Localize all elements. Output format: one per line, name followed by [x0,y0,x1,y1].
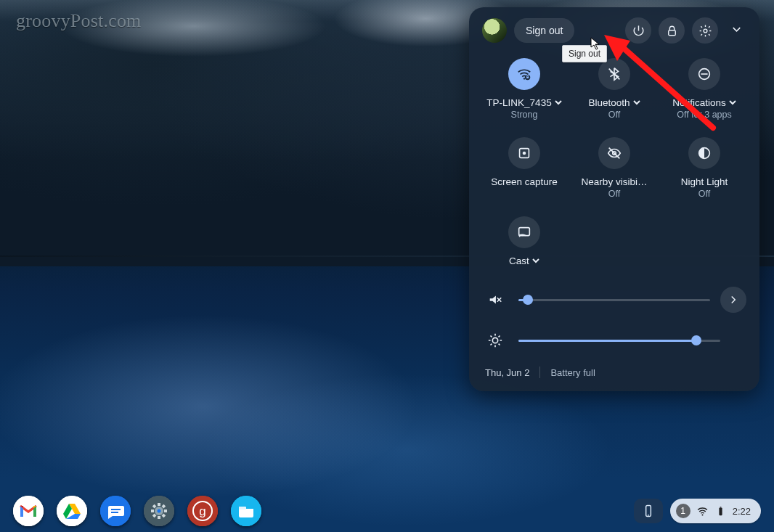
footer-battery[interactable]: Battery full [550,367,595,378]
svg-point-11 [523,152,526,155]
messages-icon [100,496,131,526]
caret-down-icon [633,99,640,106]
tile-screen-capture-label[interactable]: Screen capture [491,176,558,187]
app-messages[interactable] [100,496,131,526]
svg-line-35 [153,505,155,507]
tile-nearby-toggle[interactable] [598,137,630,169]
shelf-tray: 1 2:22 [634,499,761,523]
brightness-row [482,327,746,353]
tile-screen-capture-button[interactable] [508,137,540,169]
power-icon [632,24,645,38]
app-settings[interactable] [144,496,174,526]
brightness-slider[interactable] [518,334,720,347]
cast-icon [516,224,532,240]
tile-notifications: Notifications Off for 3 apps [662,58,746,120]
tile-notifications-sub: Off for 3 apps [677,110,732,120]
tile-wifi-sub: Strong [511,110,538,120]
do-not-disturb-icon [696,66,712,82]
status-area[interactable]: 1 2:22 [670,499,761,523]
app-gmail[interactable] [13,496,44,526]
tile-night-light-label[interactable]: Night Light [681,176,728,187]
svg-rect-6 [526,77,529,78]
tile-bluetooth-menu[interactable] [633,97,640,108]
chevron-down-icon [730,22,744,36]
tile-bluetooth-toggle[interactable] [598,58,630,90]
tile-cast-menu[interactable] [532,255,539,266]
app-groovypost[interactable]: g [187,496,218,526]
caret-down-icon [532,257,539,264]
tray-phone-hub[interactable] [634,499,663,523]
svg-line-37 [153,515,155,517]
footer-date[interactable]: Thu, Jun 2 [485,367,529,378]
svg-point-30 [158,510,161,513]
gear-app-icon [144,496,174,526]
tile-wifi: TP-LINK_7435 Strong [482,58,566,120]
clock: 2:22 [733,506,751,517]
screen-capture-icon [516,145,532,161]
svg-line-36 [163,515,165,517]
tile-wifi-toggle[interactable] [508,58,540,90]
shelf: g 1 2:22 [0,490,774,532]
settings-button[interactable] [692,17,718,44]
tile-notifications-menu[interactable] [729,97,736,108]
app-files[interactable] [231,496,261,526]
tile-bluetooth: Bluetooth Off [572,58,656,120]
lock-button[interactable] [659,17,685,44]
svg-point-19 [492,337,497,343]
tile-night-light-toggle[interactable] [688,137,720,169]
bluetooth-off-icon [606,66,622,82]
watermark-text: groovyPost.com [16,10,142,32]
sign-out-button[interactable]: Sign out [514,18,574,43]
notification-count: 1 [676,504,691,518]
volume-row [482,287,746,313]
tile-bluetooth-label[interactable]: Bluetooth [588,97,630,108]
gear-icon [698,24,712,38]
panel-header: Sign out [469,7,759,48]
tile-wifi-label[interactable]: TP-LINK_7435 [486,97,551,108]
svg-point-16 [519,236,521,237]
tile-night-light-sub: Off [698,189,710,199]
tile-night-light: Night Light Off [662,137,746,199]
tile-cast-button[interactable] [508,216,540,248]
chevron-right-icon [727,293,740,306]
tile-notifications-toggle[interactable] [688,58,720,90]
tile-nearby-sub: Off [608,189,620,199]
gmail-icon [13,496,44,526]
svg-text:g: g [199,504,205,518]
volume-slider[interactable] [518,293,710,306]
volume-mute-button[interactable] [482,287,508,313]
drive-icon [57,496,87,526]
app-drive[interactable] [57,496,87,526]
svg-point-1 [704,29,707,33]
tile-cast: Cast [482,216,566,266]
wifi-icon [516,66,532,82]
power-button[interactable] [625,17,651,44]
user-avatar[interactable] [482,18,507,43]
footer-separator [539,367,540,378]
tile-nearby: Nearby visibi… Off [572,137,656,199]
sliders-section [469,266,759,356]
sign-out-tooltip: Sign out [562,45,607,62]
tile-nearby-label[interactable]: Nearby visibi… [582,176,648,187]
tile-notifications-label[interactable]: Notifications [672,97,726,108]
panel-footer: Thu, Jun 2 Battery full [469,356,759,381]
files-icon [231,496,261,526]
brightness-icon [487,332,503,348]
volume-mute-icon [487,292,503,308]
tile-cast-label[interactable]: Cast [509,255,529,266]
svg-point-46 [701,514,703,515]
svg-point-4 [524,78,525,79]
night-light-icon [696,145,712,161]
svg-rect-0 [668,30,675,35]
tile-wifi-menu[interactable] [555,97,562,108]
wifi-status-icon [696,505,709,517]
quick-tiles-grid: TP-LINK_7435 Strong Bluetooth Off Notifi… [469,48,759,266]
brightness-icon-button[interactable] [482,327,508,353]
lock-icon [665,24,679,38]
svg-rect-47 [719,507,722,515]
audio-settings-button[interactable] [720,287,746,313]
svg-line-38 [163,505,165,507]
shelf-apps: g [13,496,261,526]
caret-down-icon [555,99,562,106]
collapse-button[interactable] [730,22,744,39]
